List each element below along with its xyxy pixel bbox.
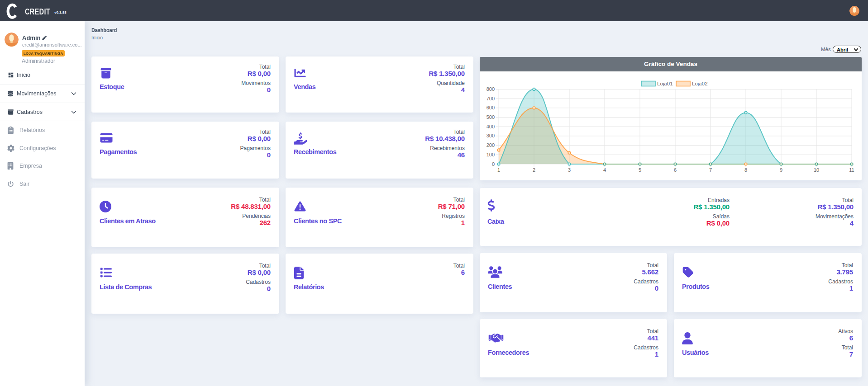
svg-text:9: 9 (780, 167, 782, 173)
svg-text:500: 500 (486, 114, 495, 120)
svg-text:5: 5 (639, 167, 641, 173)
svg-text:1: 1 (497, 167, 500, 173)
svg-text:700: 700 (486, 96, 495, 101)
svg-text:3: 3 (568, 167, 571, 173)
svg-text:400: 400 (486, 124, 495, 129)
svg-text:0: 0 (492, 161, 495, 167)
svg-text:800: 800 (486, 86, 495, 92)
svg-text:600: 600 (486, 105, 495, 110)
svg-text:10: 10 (814, 167, 819, 173)
svg-text:8: 8 (744, 167, 747, 173)
svg-text:100: 100 (486, 152, 495, 157)
svg-text:2: 2 (533, 167, 535, 173)
svg-text:7: 7 (709, 167, 712, 173)
svg-text:Loja01: Loja01 (657, 81, 673, 86)
svg-text:200: 200 (486, 142, 495, 148)
svg-text:4: 4 (603, 167, 606, 173)
svg-text:300: 300 (486, 133, 495, 138)
svg-text:6: 6 (674, 167, 677, 173)
svg-text:Loja02: Loja02 (692, 81, 708, 86)
svg-text:11: 11 (849, 167, 854, 173)
